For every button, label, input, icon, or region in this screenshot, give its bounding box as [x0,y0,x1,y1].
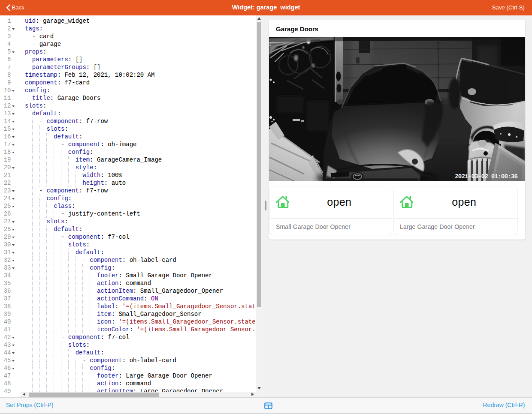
svg-text:2021-03-02 01:00:36: 2021-03-02 01:00:36 [455,173,518,180]
